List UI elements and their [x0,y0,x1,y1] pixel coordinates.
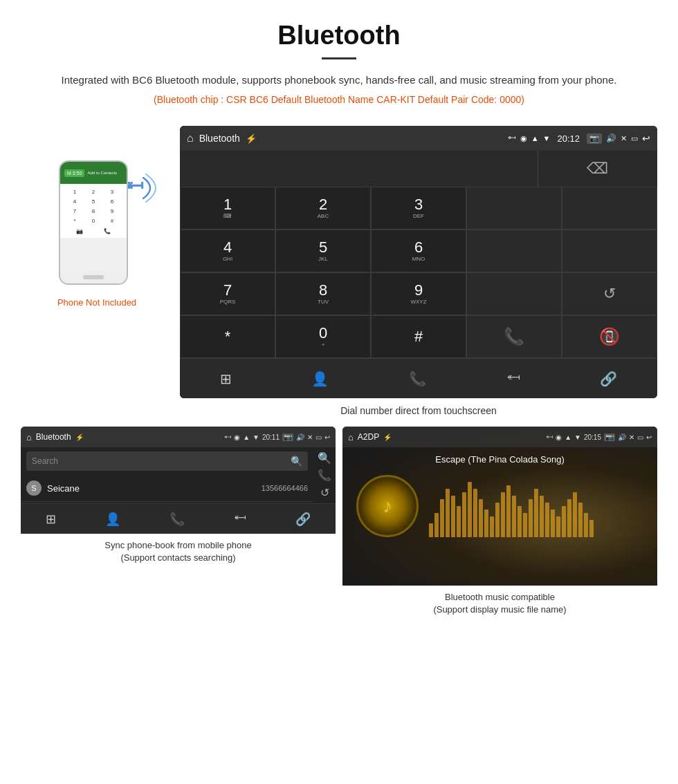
dial-key-9[interactable]: 9 WXYZ [371,272,466,315]
usb-icon: ⚡ [246,133,257,144]
music-body: ♪ [349,475,650,548]
page-header: Bluetooth Integrated with BC6 Bluetooth … [0,0,678,126]
phone-icon[interactable]: 📞 [409,371,426,387]
phone-screen-content: 1 2 3 4 5 6 7 8 9 * 0 # 📷 [60,184,127,238]
dial-key-end[interactable]: 📵 [562,315,657,358]
pb-bot-grid-icon[interactable]: ⊞ [46,512,56,527]
pb-search-bar[interactable]: Search 🔍 [26,451,308,471]
music-usb-icon: ⚡ [383,433,392,441]
visualizer-bar [440,499,444,537]
grid-icon[interactable]: ⊞ [220,371,232,387]
music-vol-icon[interactable]: 🔊 [618,433,626,441]
dial-key-hash[interactable]: # [371,315,466,358]
bt-icon[interactable]: ⬶ [506,371,520,386]
dial-screen: ⌂ Bluetooth ⚡ ⬶ ◉ ▲ ▼ 20:12 📷 🔊 ✕ ▭ ↩ [180,126,657,398]
dial-key-0[interactable]: 0 + [275,315,371,358]
bottom-panels: ⌂ Bluetooth ⚡ ⬶ ◉ ▲ ▼ 20:11 📷 🔊 ✕ ▭ ↩ [0,427,678,637]
window-icon[interactable]: ▭ [631,134,638,143]
phonebook-screen: ⌂ Bluetooth ⚡ ⬶ ◉ ▲ ▼ 20:11 📷 🔊 ✕ ▭ ↩ [21,427,336,534]
phone-screen-header: M 3:50 Add to Contacts [60,162,127,184]
pb-win-icon[interactable]: ▭ [315,433,322,441]
dial-key-call[interactable]: 📞 [466,315,562,358]
music-note-icon: ♪ [383,495,392,517]
pb-right-phone-icon[interactable]: 📞 [318,469,331,482]
pb-title: Bluetooth [36,432,71,442]
phone-dial-cell: 1 [66,187,84,196]
pb-right-refresh-icon[interactable]: ↺ [318,486,331,499]
dial-key-star[interactable]: * [180,315,275,358]
pb-bot-link-icon[interactable]: 🔗 [295,512,311,527]
music-win-icon[interactable]: ▭ [637,433,643,441]
dial-screen-container: ⌂ Bluetooth ⚡ ⬶ ◉ ▲ ▼ 20:12 📷 🔊 ✕ ▭ ↩ [180,126,657,427]
music-content: ⌂ A2DP ⚡ ⬶ ◉ ▲ ▼ 20:15 📷 🔊 ✕ ▭ ↩ [342,427,657,551]
home-icon[interactable]: ⌂ [187,132,194,144]
visualizer-bar [506,485,511,537]
phone-dial-cell: 4 [66,197,84,206]
pb-search-placeholder: Search [32,456,291,466]
visualizer-bar [545,503,549,537]
visualizer-bar [529,499,533,537]
music-album-art: ♪ [356,475,419,537]
pb-home-icon[interactable]: ⌂ [26,432,32,442]
wifi-icon: ▼ [543,134,551,142]
phone-dial-cell: * [66,216,84,225]
phone-dial-cell: 2 [84,187,102,196]
link-icon[interactable]: 🔗 [600,371,617,387]
phone-dial-cell: 0 [84,216,102,225]
pb-bot-phone-icon[interactable]: 📞 [170,512,185,527]
back-icon[interactable]: ↩ [642,133,650,144]
contacts-icon[interactable]: 👤 [311,371,329,387]
pb-bot-person-icon[interactable]: 👤 [105,512,120,527]
dial-key-6[interactable]: 6 MNO [371,230,466,272]
pb-cam-icon[interactable]: 📷 [282,433,293,441]
music-close-icon[interactable]: ✕ [629,433,634,441]
pb-bot-bt-icon[interactable]: ⬶ [234,512,246,526]
visualizer-bar [468,482,472,537]
dial-key-8[interactable]: 8 TUV [275,272,371,315]
dial-delete-button[interactable]: ⌫ [538,151,657,187]
dial-key-2[interactable]: 2 ABC [275,187,371,230]
visualizer-bar [584,513,588,537]
visualizer-bar [551,510,555,537]
music-back-icon[interactable]: ↩ [646,433,652,441]
visualizer-bar [556,516,560,537]
phone-wrapper: ⬶ M 3:50 Add to Contacts 1 2 3 [55,153,138,292]
music-status-icons: ⬶ ◉ ▲ ▼ 20:15 📷 🔊 ✕ ▭ ↩ [546,433,652,441]
visualizer-bar [484,510,488,537]
music-screen: ⌂ A2DP ⚡ ⬶ ◉ ▲ ▼ 20:15 📷 🔊 ✕ ▭ ↩ [342,427,657,586]
dial-topbar-right: ⬶ ◉ ▲ ▼ 20:12 📷 🔊 ✕ ▭ ↩ [508,133,650,144]
music-caption: Bluetooth music compatible (Support disp… [342,591,657,616]
dial-display-empty [180,151,538,187]
phone-container: ⬶ M 3:50 Add to Contacts 1 2 3 [21,126,173,308]
camera-icon[interactable]: 📷 [587,133,602,144]
pb-wifi-icon: ▼ [253,433,259,441]
visualizer-bar [578,503,583,537]
pb-contact-number: 13566664466 [262,484,308,492]
pb-vol-icon[interactable]: 🔊 [296,433,304,441]
location-icon: ◉ [520,134,527,143]
music-cam-icon[interactable]: 📷 [604,433,615,441]
dial-key-7[interactable]: 7 PQRS [180,272,275,315]
phone-bottom-bar [60,271,127,283]
dial-key-3[interactable]: 3 DEF [371,187,466,230]
visualizer-bar [501,492,505,537]
visualizer-bar [451,496,455,537]
dial-key-4[interactable]: 4 GHI [180,230,275,272]
music-loc-icon: ◉ [556,433,562,441]
music-title-label: A2DP [358,432,379,442]
visualizer-bar [490,516,494,537]
pb-close-icon[interactable]: ✕ [307,433,313,441]
pb-bt-icon: ⬶ [224,433,231,441]
music-wifi-icon: ▼ [574,433,581,441]
visualizer-bar [462,492,466,537]
volume-icon[interactable]: 🔊 [606,133,616,143]
dial-key-5[interactable]: 5 JKL [275,230,371,272]
music-home-icon[interactable]: ⌂ [348,432,354,442]
pb-back-icon[interactable]: ↩ [324,433,330,441]
music-visualizer [429,475,643,537]
phone-dial-cell: # [103,216,121,225]
visualizer-bar [434,513,439,537]
dial-key-1[interactable]: 1 ⌨ [180,187,275,230]
close-icon[interactable]: ✕ [621,134,627,143]
pb-right-search-icon[interactable]: 🔍 [318,451,331,465]
